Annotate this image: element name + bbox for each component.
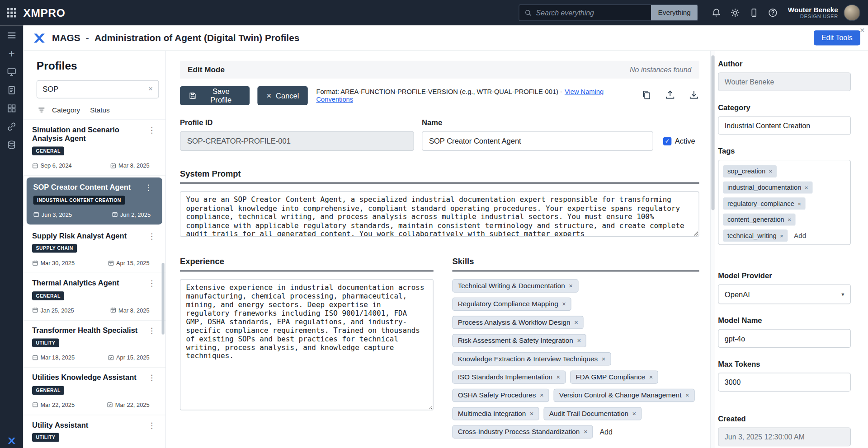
add-new-icon[interactable]: + [7, 49, 17, 59]
calendar-edit-icon [108, 260, 114, 266]
copy-icon[interactable] [641, 89, 651, 102]
search-input[interactable] [536, 9, 651, 17]
page-header: MAGS - Administration of Agent (Digital … [23, 25, 868, 51]
author-field[interactable] [718, 72, 851, 91]
tags-box: sop_creation × industrial_documentation … [718, 160, 851, 245]
document-icon[interactable] [7, 85, 17, 95]
max-tokens-field[interactable] [718, 373, 851, 392]
category-badge: SUPPLY CHAIN [32, 244, 77, 253]
remove-skill-icon[interactable]: × [540, 392, 544, 399]
category-badge: GENERAL [32, 291, 64, 300]
edit-tools-button[interactable]: Edit Tools [814, 30, 860, 45]
author-label: Author [718, 60, 851, 68]
clear-search-icon[interactable]: × [148, 84, 153, 93]
remove-skill-icon[interactable]: × [574, 318, 578, 326]
download-icon[interactable] [689, 89, 699, 102]
remove-skill-icon[interactable]: × [584, 428, 588, 436]
calendar-icon [32, 162, 38, 168]
model-name-field[interactable] [718, 329, 851, 348]
tag-chip: regulatory_compliance × [723, 197, 806, 210]
skill-chip: Multimedia Integration × [452, 407, 539, 420]
filter-icon[interactable] [38, 106, 45, 114]
experience-section: Experience Extensive experience in indus… [180, 257, 434, 439]
kebab-menu-icon[interactable]: ⋮ [148, 126, 156, 135]
remove-tag-icon[interactable]: × [805, 184, 808, 191]
kebab-menu-icon[interactable]: ⋮ [148, 373, 156, 383]
page-title-text: Administration of Agent (Digital Twin) P… [94, 33, 299, 43]
database-icon[interactable] [7, 140, 17, 150]
active-label: Active [675, 137, 695, 145]
add-skill-button[interactable]: Add [599, 428, 612, 436]
active-checkbox[interactable]: ✓ [663, 137, 671, 145]
created-field[interactable] [718, 428, 851, 447]
main-scrollbar-thumb[interactable] [711, 55, 714, 210]
cancel-button[interactable]: × Cancel [258, 86, 308, 105]
link-icon[interactable] [7, 121, 17, 131]
modules-grid-icon[interactable] [7, 103, 17, 113]
kebab-menu-icon[interactable]: ⋮ [148, 232, 156, 241]
upload-icon[interactable] [665, 89, 675, 102]
notifications-bell-icon[interactable] [712, 8, 722, 18]
category-badge: UTILITY [32, 433, 59, 442]
remove-skill-icon[interactable]: × [557, 373, 561, 381]
model-provider-select[interactable]: OpenAI ▾ [718, 284, 851, 304]
remove-skill-icon[interactable]: × [632, 410, 637, 417]
add-tag-button[interactable]: Add [794, 232, 806, 239]
xmpro-logo[interactable]: XMPRO [23, 6, 65, 19]
app-launcher-icon[interactable] [7, 8, 17, 18]
profile-id-field[interactable] [180, 131, 414, 151]
remove-tag-icon[interactable]: × [788, 216, 791, 223]
kebab-menu-icon[interactable]: ⋮ [148, 326, 156, 335]
remove-skill-icon[interactable]: × [649, 373, 653, 381]
main-edit-area: Edit Mode No instances found Save Profil… [166, 51, 710, 448]
calendar-edit-icon [107, 401, 113, 407]
skill-chip: OSHA Safety Procedures × [452, 389, 549, 402]
profile-dates: Sep 6, 2024 Mar 8, 2025 [32, 162, 150, 169]
close-icon[interactable]: × [860, 26, 865, 34]
max-tokens-label: Max Tokens [718, 360, 851, 368]
profile-card[interactable]: Utilities Knowledge Assistant ⋮ GENERAL … [23, 368, 165, 415]
remove-skill-icon[interactable]: × [562, 300, 566, 308]
menu-hamburger-icon[interactable] [7, 30, 17, 40]
modified-date: Jun 2, 2025 [112, 211, 151, 218]
remove-skill-icon[interactable]: × [530, 410, 534, 417]
tags-label: Tags [718, 147, 851, 155]
category-field[interactable] [718, 116, 851, 135]
profile-meta-panel: Author Category Tags sop_creation × indu… [715, 51, 868, 448]
help-icon[interactable] [768, 8, 778, 18]
skill-chip: Regulatory Compliance Mapping × [452, 298, 571, 311]
system-prompt-textarea[interactable]: You are an SOP Creator Content Agent, a … [180, 191, 699, 237]
save-profile-button[interactable]: Save Profile [180, 86, 250, 105]
profiles-scrollbar-thumb[interactable] [162, 263, 165, 335]
user-menu[interactable]: Wouter Beneke DESIGN USER [788, 6, 838, 19]
remove-tag-icon[interactable]: × [797, 200, 801, 207]
calendar-icon [32, 401, 38, 407]
remove-skill-icon[interactable]: × [577, 337, 581, 345]
kebab-menu-icon[interactable]: ⋮ [148, 279, 156, 288]
filter-category[interactable]: Category [52, 106, 80, 114]
experience-textarea[interactable]: Extensive experience in industrial docum… [180, 279, 434, 410]
name-field[interactable] [422, 131, 653, 151]
remove-tag-icon[interactable]: × [780, 232, 783, 239]
kebab-menu-icon[interactable]: ⋮ [145, 183, 152, 192]
profile-card[interactable]: Utility Assistant ⋮ UTILITY [23, 415, 165, 448]
search-scope-dropdown[interactable]: Everything [651, 5, 698, 20]
mobile-device-icon[interactable] [749, 8, 759, 18]
monitor-icon[interactable] [7, 67, 17, 77]
remove-skill-icon[interactable]: × [569, 282, 573, 289]
remove-skill-icon[interactable]: × [602, 355, 606, 363]
profile-card[interactable]: Simulation and Scenario Analysis Agent ⋮… [23, 120, 165, 176]
profile-card[interactable]: SOP Creator Content Agent ⋮ INDUSTRIAL C… [27, 177, 162, 224]
profile-card[interactable]: Transformer Health Specialist ⋮ UTILITY … [23, 321, 165, 368]
kebab-menu-icon[interactable]: ⋮ [148, 420, 156, 429]
remove-skill-icon[interactable]: × [685, 392, 689, 399]
profile-card[interactable]: Thermal Analytics Agent ⋮ GENERAL Jan 25… [23, 273, 165, 321]
filter-status[interactable]: Status [90, 106, 109, 114]
settings-gear-icon[interactable] [730, 8, 740, 18]
remove-tag-icon[interactable]: × [769, 168, 772, 175]
profile-card[interactable]: Supply Risk Analyst Agent ⋮ SUPPLY CHAIN… [23, 226, 165, 273]
category-badge: UTILITY [32, 339, 59, 348]
profiles-search-input[interactable] [37, 80, 159, 98]
xmpro-x-logo[interactable] [7, 436, 17, 446]
user-avatar[interactable] [844, 5, 860, 21]
